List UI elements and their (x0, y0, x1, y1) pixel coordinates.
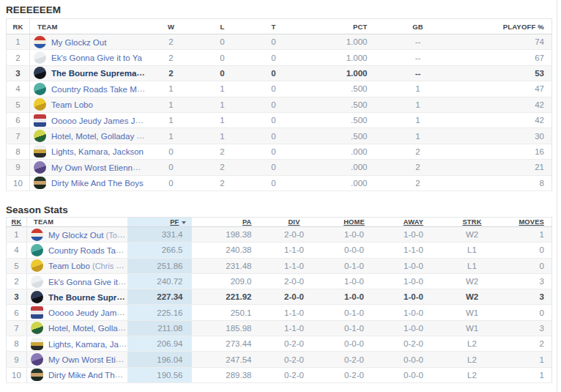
team-cell: Hotel, Motel, Golladay Inn (... (27, 320, 127, 336)
scrollbar-track[interactable] (557, 0, 557, 392)
losses-cell: 1 (197, 112, 248, 127)
team-name-link[interactable]: My Own Worst Etiennemy (51, 162, 146, 171)
sort-moves-header[interactable]: MOVES (519, 218, 544, 226)
standings-row: 1My Glockz Out2001.000--74 (7, 34, 552, 50)
points-for-cell: 206.94 (127, 336, 192, 352)
team-name-link[interactable]: Ooooo Jeudy James Jeudy (48, 308, 127, 317)
standings-row: 10Dirty Mike And The Boys020.00028 (7, 175, 552, 191)
rank-cell: 1 (7, 34, 30, 50)
team-name-link[interactable]: Lights, Kamara, Jackson (51, 147, 144, 156)
team-cell: My Own Worst Etiennemy (30, 160, 146, 175)
pct-cell: 1.000 (300, 50, 376, 65)
wins-cell: 2 (146, 50, 197, 65)
sort-div-header[interactable]: DIV (288, 218, 300, 226)
pct-cell: .500 (300, 81, 376, 97)
points-against-cell: 240.38 (192, 243, 264, 258)
rank-cell: 7 (7, 128, 30, 144)
streak-cell: L2 (443, 367, 502, 382)
moves-cell: 1 (502, 227, 552, 243)
season-stats-table: RK TEAM PF PA DIV HOME AWAY STRK MOVES 1… (6, 217, 552, 383)
away-record-cell: 0-0-0 (384, 352, 443, 367)
team-name-link[interactable]: Ek's Gonna Give it to Ya (51, 53, 142, 62)
team-logo-icon (31, 322, 43, 334)
season-stats-row: 3The Bourne Supremacy (J...227.34221.922… (7, 289, 552, 305)
playoff-pct-cell: 21 (460, 160, 552, 175)
team-name-link[interactable]: The Bourne Supremacy (48, 292, 127, 301)
season-stats-col-team: TEAM (27, 218, 127, 227)
team-name-link[interactable]: My Glockz Out (48, 230, 103, 239)
team-name-link[interactable]: My Own Worst Etiennemy (48, 355, 127, 364)
team-name-link[interactable]: My Glockz Out (51, 37, 106, 46)
losses-cell: 0 (197, 65, 248, 81)
standings-row: 7Hotel, Motel, Golladay Inn110.500130 (7, 128, 552, 144)
team-logo-icon (31, 306, 43, 319)
home-record-cell: 0-0-0 (324, 243, 384, 258)
rank-cell: 8 (7, 336, 27, 352)
division-record-cell: 1-1-0 (264, 243, 324, 258)
ties-cell: 0 (248, 81, 300, 97)
team-name-link[interactable]: Country Roads Take Maho... (51, 84, 146, 93)
streak-cell: L1 (443, 258, 502, 273)
team-logo-icon (31, 369, 43, 381)
team-name-link[interactable]: Hotel, Motel, Golladay Inn (51, 131, 146, 141)
points-for-cell: 211.08 (127, 320, 192, 336)
playoff-pct-cell: 8 (460, 175, 552, 191)
division-record-cell: 0-2-0 (264, 367, 324, 382)
rank-cell: 2 (7, 273, 27, 289)
standings-row: 3The Bourne Supremacy2001.000--53 (7, 65, 552, 81)
team-name-link[interactable]: Team Lobo (48, 262, 90, 270)
sort-pf-header[interactable]: PF (170, 218, 179, 226)
rank-cell: 10 (7, 367, 27, 382)
wins-cell: 1 (146, 128, 197, 144)
team-name-link[interactable]: Dirty Mike And The Boys (51, 179, 144, 188)
sort-rk-header[interactable]: RK (12, 218, 22, 226)
points-against-cell: 198.38 (192, 227, 264, 243)
team-logo-icon (34, 51, 46, 64)
standings-col-pct: PCT (300, 19, 376, 34)
team-name-link[interactable]: Lights, Kamara, Jackson (48, 339, 127, 348)
standings-col-gb: GB (376, 19, 460, 34)
away-record-cell: 1-0-0 (384, 305, 443, 320)
sort-strk-header[interactable]: STRK (462, 218, 481, 226)
sort-away-header[interactable]: AWAY (404, 218, 423, 226)
ties-cell: 0 (248, 34, 300, 50)
playoff-pct-cell: 16 (460, 144, 552, 159)
team-logo-icon (34, 161, 46, 174)
team-logo-icon (31, 275, 43, 288)
rank-cell: 3 (7, 289, 27, 305)
season-stats-row: 5Team Lobo (Chris Lobo)251.86231.481-1-0… (7, 258, 552, 273)
points-against-cell: 250.1 (192, 305, 264, 320)
team-name-link[interactable]: Hotel, Motel, Golladay Inn (48, 323, 127, 333)
games-back-cell: 1 (376, 97, 460, 112)
team-name-link[interactable]: Dirty Mike And The Boys (48, 370, 127, 380)
wins-cell: 1 (146, 112, 197, 127)
wins-cell: 0 (146, 144, 197, 159)
team-name-link[interactable]: Ek's Gonna Give it to Ya (48, 276, 127, 286)
standings-col-t: T (248, 19, 300, 34)
season-stats-row: 6Ooooo Jeudy James Jeudy (...225.16250.1… (7, 305, 552, 320)
team-name-link[interactable]: Country Roads Take Mahomes (48, 245, 127, 254)
sort-pa-header[interactable]: PA (242, 218, 252, 226)
games-back-cell: 2 (376, 175, 460, 191)
moves-cell: 1 (502, 352, 552, 367)
moves-cell: 3 (502, 289, 552, 305)
team-name-link[interactable]: Team Lobo (51, 100, 93, 109)
games-back-cell: 2 (376, 144, 460, 159)
rank-cell: 6 (7, 112, 30, 127)
pct-cell: .000 (300, 144, 376, 159)
team-name-link[interactable]: Ooooo Jeudy James Jeudy (51, 115, 146, 125)
losses-cell: 2 (197, 144, 248, 159)
ties-cell: 0 (248, 112, 300, 127)
team-logo-icon (31, 229, 43, 241)
standings-row: 9My Own Worst Etiennemy020.000221 (7, 160, 552, 175)
standings-row: 5Team Lobo110.500142 (7, 97, 552, 112)
home-record-cell: 1-0-0 (324, 289, 384, 305)
sort-home-header[interactable]: HOME (343, 218, 365, 226)
team-logo-icon (31, 259, 43, 272)
team-name-link[interactable]: The Bourne Supremacy (51, 68, 146, 78)
team-cell: Ooooo Jeudy James Jeudy (... (27, 305, 127, 320)
moves-cell: 3 (502, 273, 552, 289)
pct-cell: 1.000 (300, 34, 376, 50)
streak-cell: L1 (443, 243, 502, 258)
team-logo-icon (34, 67, 46, 79)
